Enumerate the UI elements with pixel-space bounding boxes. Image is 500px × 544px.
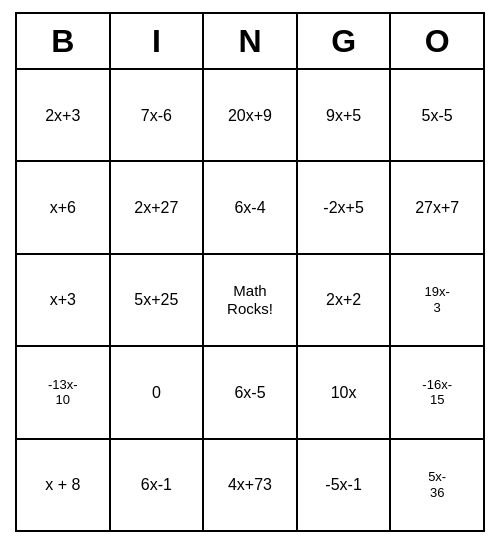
- header-cell-I: I: [111, 14, 205, 68]
- cell-0-2: 20x+9: [204, 70, 298, 160]
- grid: 2x+37x-620x+99x+55x-5x+62x+276x-4-2x+527…: [17, 70, 483, 530]
- header-cell-G: G: [298, 14, 392, 68]
- cell-1-0: x+6: [17, 162, 111, 252]
- grid-row-2: x+35x+25MathRocks!2x+219x-3: [17, 255, 483, 347]
- grid-row-3: -13x-1006x-510x-16x-15: [17, 347, 483, 439]
- cell-4-3: -5x-1: [298, 440, 392, 530]
- cell-3-2: 6x-5: [204, 347, 298, 437]
- cell-3-1: 0: [111, 347, 205, 437]
- cell-2-1: 5x+25: [111, 255, 205, 345]
- header-cell-O: O: [391, 14, 483, 68]
- cell-1-3: -2x+5: [298, 162, 392, 252]
- cell-3-0: -13x-10: [17, 347, 111, 437]
- header-cell-B: B: [17, 14, 111, 68]
- cell-1-1: 2x+27: [111, 162, 205, 252]
- cell-4-4: 5x-36: [391, 440, 483, 530]
- cell-2-4: 19x-3: [391, 255, 483, 345]
- header-cell-N: N: [204, 14, 298, 68]
- grid-row-4: x + 86x-14x+73-5x-15x-36: [17, 440, 483, 530]
- cell-1-2: 6x-4: [204, 162, 298, 252]
- header-row: BINGO: [17, 14, 483, 70]
- cell-4-1: 6x-1: [111, 440, 205, 530]
- cell-4-0: x + 8: [17, 440, 111, 530]
- cell-3-4: -16x-15: [391, 347, 483, 437]
- grid-row-1: x+62x+276x-4-2x+527x+7: [17, 162, 483, 254]
- cell-0-0: 2x+3: [17, 70, 111, 160]
- cell-2-2: MathRocks!: [204, 255, 298, 345]
- cell-3-3: 10x: [298, 347, 392, 437]
- bingo-card: BINGO 2x+37x-620x+99x+55x-5x+62x+276x-4-…: [15, 12, 485, 532]
- cell-2-0: x+3: [17, 255, 111, 345]
- cell-1-4: 27x+7: [391, 162, 483, 252]
- cell-0-1: 7x-6: [111, 70, 205, 160]
- cell-0-3: 9x+5: [298, 70, 392, 160]
- grid-row-0: 2x+37x-620x+99x+55x-5: [17, 70, 483, 162]
- cell-0-4: 5x-5: [391, 70, 483, 160]
- cell-4-2: 4x+73: [204, 440, 298, 530]
- cell-2-3: 2x+2: [298, 255, 392, 345]
